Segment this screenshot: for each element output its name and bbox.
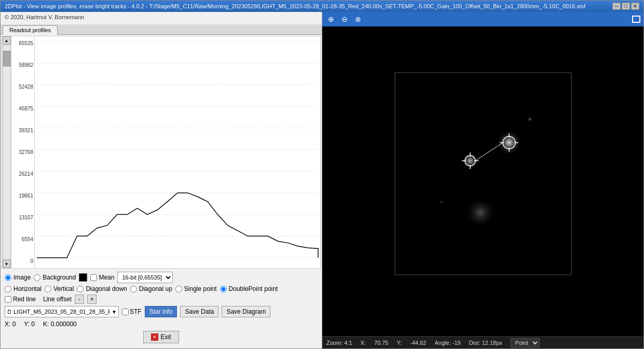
diagonal-up-label: Diagonal up [139,285,172,292]
controls-row-1: Image Background Mean 16-bit [0,65535] [5,272,318,283]
file-dropdown-arrow[interactable]: ▼ [109,309,118,315]
mean-label: Mean [99,274,114,281]
content-area: © 2020, Hartmut V. Bornemann Readout pro… [1,12,643,348]
dist-status: Dist: 12.18px [469,340,502,346]
coord-y: Y: 0 [24,320,35,328]
y-status-label: Y: [396,340,402,346]
controls-row-2: Horizontal Vertical Diagonal down Diagon… [5,285,318,292]
y-label-8: 13107 [12,215,33,220]
red-line-checkbox-group[interactable]: Red line [5,296,36,303]
controls-row-3: Red line Line offset - + [5,295,318,304]
star-image-canvas[interactable] [379,47,587,316]
file-icon: 🗒 [5,309,13,315]
mean-checkbox-group[interactable]: Mean [90,274,114,281]
exit-icon: ✕ [151,333,158,341]
window-controls: ─ □ ✕ [612,3,639,10]
exit-label: Exit [160,333,171,341]
x-status-value: 70.75 [374,340,389,346]
line-offset-label: Line offset [43,296,72,303]
image-radio-group[interactable]: Image [5,274,31,281]
minimize-button[interactable]: ─ [612,3,621,10]
horizontal-radio[interactable] [5,286,11,292]
horizontal-label: Horizontal [13,285,42,292]
stf-label: STF [130,308,142,315]
chart-canvas-wrapper[interactable] [35,36,320,268]
diagonal-down-radio-group[interactable]: Diagonal down [77,285,127,292]
maximize-button[interactable]: □ [622,3,630,10]
line-offset-minus-btn[interactable]: - [75,295,84,304]
x-status-label: X: [361,340,366,346]
close-button[interactable]: ✕ [631,3,639,10]
vertical-radio-group[interactable]: Vertical [45,285,74,292]
diagonal-down-label: Diagonal down [86,285,127,292]
crosshair-tool-btn[interactable]: ⊕ [325,13,337,25]
red-line-checkbox[interactable] [5,296,11,303]
stf-checkbox[interactable] [122,309,129,315]
scroll-track[interactable] [3,45,11,259]
star-info-button[interactable]: Star info [145,306,177,317]
y-label-1: 58982 [12,62,33,68]
double-point-label: DoublePoint point [229,285,278,292]
y-label-10: 0 [12,258,33,264]
right-panel: ⊕ ⊖ ⊗ Zoom: 4:1 X: 70.75 Y: -44.62 Angle… [322,12,643,348]
vertical-label: Vertical [53,285,74,292]
single-point-label: Single point [184,285,217,292]
y-label-2: 52428 [12,84,33,90]
single-point-radio-group[interactable]: Single point [175,285,217,292]
exit-row: ✕ Exit [5,329,318,346]
diagonal-up-radio[interactable] [130,286,137,292]
double-point-radio-group[interactable]: DoublePoint point [220,285,278,292]
coord-k: K: 0.000000 [43,320,77,328]
main-window: 2DPlot - View image profiles, erase brig… [0,0,644,349]
background-radio[interactable] [34,274,40,281]
titlebar: 2DPlot - View image profiles, erase brig… [1,1,643,12]
image-radio[interactable] [5,274,11,281]
image-toolbar: ⊕ ⊖ ⊗ [322,12,643,26]
filename-text: LIGHT_M5_2023_05_28_01_28_35_Re [13,309,109,315]
scroll-up-btn[interactable]: ▲ [3,36,11,45]
single-point-radio[interactable] [175,286,182,292]
vertical-scrollbar[interactable]: ▲ ▼ [2,36,11,268]
diagonal-down-radio[interactable] [77,286,84,292]
window-title: 2DPlot - View image profiles, erase brig… [5,3,585,9]
controls-panel: Image Background Mean 16-bit [0,65535] [1,270,322,348]
image-label: Image [13,274,31,281]
file-dropdown[interactable]: 🗒 LIGHT_M5_2023_05_28_01_28_35_Re ▼ [5,306,119,317]
coord-x: X: 0 [5,320,16,328]
chart-area: ▲ ▼ 65535 58982 52428 45875 39321 32768 … [2,36,321,269]
bit-depth-select[interactable]: 16-bit [0,65535] [117,272,173,283]
chart-canvas[interactable] [35,36,320,268]
line-offset-plus-btn[interactable]: + [87,295,97,304]
vertical-radio[interactable] [45,286,51,292]
reset-tool-btn[interactable]: ⊗ [352,13,364,25]
zoom-out-tool-btn[interactable]: ⊖ [339,13,350,25]
color-picker-box[interactable] [79,273,87,282]
status-bar: Zoom: 4:1 X: 70.75 Y: -44.62 Angle: -19 … [322,336,643,348]
mean-checkbox[interactable] [90,274,97,281]
coords-row: X: 0 Y: 0 K: 0.000000 [5,319,318,329]
exit-button[interactable]: ✕ Exit [143,331,179,343]
y-label-0: 65535 [12,40,33,46]
diagonal-up-radio-group[interactable]: Diagonal up [130,285,172,292]
image-view[interactable] [322,26,643,336]
point-mode-select[interactable]: Point [511,338,540,347]
scroll-down-btn[interactable]: ▼ [3,260,11,268]
save-diagram-button[interactable]: Save Diagram [222,306,270,317]
copyright-text: © 2020, Hartmut V. Bornemann [1,12,322,24]
y-axis: 65535 58982 52428 45875 39321 32768 2621… [11,36,35,268]
double-point-radio[interactable] [220,286,227,292]
angle-status: Angle: -19 [434,340,460,346]
background-label: Background [43,274,76,281]
tab-bar: Readout profiles [1,24,322,35]
scroll-thumb[interactable] [3,51,10,66]
save-data-button[interactable]: Save Data [180,306,218,317]
horizontal-radio-group[interactable]: Horizontal [5,285,42,292]
stf-checkbox-group[interactable]: STF [122,308,142,315]
y-label-6: 26214 [12,171,33,177]
tab-readout-profiles[interactable]: Readout profiles [3,25,58,35]
red-line-label: Red line [13,296,36,303]
background-radio-group[interactable]: Background [34,274,76,281]
y-label-9: 6554 [12,236,33,242]
y-label-5: 32768 [12,149,33,155]
y-label-4: 39321 [12,128,33,133]
